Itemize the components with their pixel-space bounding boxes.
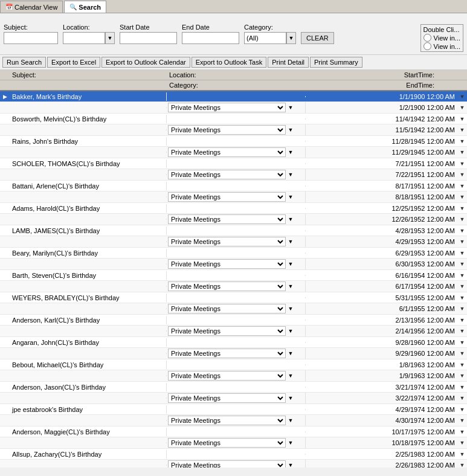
row-expand-arrow[interactable]: ▼ bbox=[457, 306, 467, 312]
row-expand-arrow[interactable]: ▼ bbox=[457, 362, 467, 368]
row-expand-arrow[interactable]: ▼ bbox=[457, 172, 467, 178]
table-row[interactable]: Private Meetings▼11/5/1942 12:00 AM▼ bbox=[0, 124, 467, 136]
table-row[interactable]: Private Meetings▼2/14/1956 12:00 AM▼ bbox=[0, 326, 467, 337]
row-expand-arrow[interactable]: ▼ bbox=[457, 216, 467, 222]
table-row[interactable]: Angaran, John(CL)'s Birthday9/28/1960 12… bbox=[0, 337, 467, 348]
table-row[interactable]: Anderson, Jason(CL)'s Birthday3/21/1974 … bbox=[0, 382, 467, 393]
category-dropdown-btn[interactable]: ▼ bbox=[286, 32, 296, 44]
run-search-button[interactable]: Run Search bbox=[2, 57, 46, 68]
row-expand-arrow[interactable]: ▼ bbox=[457, 127, 467, 133]
category-arrow[interactable]: ▼ bbox=[286, 149, 295, 155]
start-date-input[interactable] bbox=[120, 32, 177, 44]
table-row[interactable]: Bosworth, Melvin(CL)'s Birthday11/4/1942… bbox=[0, 114, 467, 124]
row-expand-arrow[interactable]: ▼ bbox=[457, 462, 467, 468]
row-expand-arrow[interactable]: ▼ bbox=[457, 194, 467, 200]
row-expand-arrow[interactable]: ▼ bbox=[457, 149, 467, 155]
export-excel-button[interactable]: Export to Excel bbox=[47, 57, 100, 68]
category-arrow[interactable]: ▼ bbox=[286, 395, 295, 401]
table-row[interactable]: Private Meetings▼10/18/1975 12:00 AM▼ bbox=[0, 437, 467, 449]
table-row[interactable]: jpe estabrook's Birthday4/29/1974 12:00 … bbox=[0, 404, 467, 415]
category-select[interactable]: Private Meetings bbox=[168, 281, 286, 291]
category-arrow[interactable]: ▼ bbox=[286, 127, 295, 133]
row-expand-arrow[interactable]: ▼ bbox=[457, 350, 467, 356]
subject-input[interactable] bbox=[4, 32, 58, 44]
category-select[interactable]: Private Meetings bbox=[168, 170, 286, 179]
row-expand-arrow[interactable]: ▼ bbox=[457, 161, 467, 167]
row-expand-arrow[interactable]: ▼ bbox=[457, 417, 467, 423]
category-arrow[interactable]: ▼ bbox=[286, 417, 295, 423]
category-select[interactable]: Private Meetings bbox=[168, 326, 286, 336]
category-arrow[interactable]: ▼ bbox=[286, 350, 295, 356]
row-expand-arrow[interactable]: ▼ bbox=[457, 373, 467, 379]
category-arrow[interactable]: ▼ bbox=[286, 216, 295, 222]
row-expand-arrow[interactable]: ▼ bbox=[457, 339, 467, 346]
row-expand-arrow[interactable]: ▼ bbox=[457, 317, 467, 323]
category-select[interactable]: Private Meetings bbox=[168, 147, 286, 157]
row-expand-arrow[interactable]: ▼ bbox=[457, 384, 467, 390]
table-row[interactable]: LAMB, JAMES(CL)'s Birthday4/28/1953 12:0… bbox=[0, 225, 467, 236]
tab-calendar-view[interactable]: 📅 Calendar View bbox=[0, 1, 63, 13]
table-row[interactable]: Private Meetings▼4/30/1974 12:00 AM▼ bbox=[0, 415, 467, 426]
export-outlook-task-button[interactable]: Export to Outlook Task bbox=[192, 57, 266, 68]
category-select[interactable]: Private Meetings bbox=[168, 460, 286, 468]
category-arrow[interactable]: ▼ bbox=[286, 194, 295, 200]
row-expand-arrow[interactable]: ▼ bbox=[457, 407, 467, 413]
category-arrow[interactable]: ▼ bbox=[286, 306, 295, 312]
radio-view-2[interactable] bbox=[424, 42, 431, 50]
category-select[interactable]: Private Meetings bbox=[168, 237, 286, 246]
category-select[interactable]: Private Meetings bbox=[168, 371, 286, 381]
table-row[interactable]: Private Meetings▼3/22/1974 12:00 AM▼ bbox=[0, 393, 467, 404]
location-dropdown-btn[interactable]: ▼ bbox=[105, 32, 115, 44]
category-arrow[interactable]: ▼ bbox=[286, 105, 295, 111]
table-row[interactable]: WEYERS, BRADLEY(CL)'s Birthday5/31/1955 … bbox=[0, 292, 467, 303]
table-row[interactable]: Barth, Steven(CL)'s Birthday6/16/1954 12… bbox=[0, 270, 467, 281]
category-arrow[interactable]: ▼ bbox=[286, 328, 295, 334]
tab-search[interactable]: 🔍 Search bbox=[64, 1, 106, 13]
category-select[interactable]: Private Meetings bbox=[168, 416, 286, 425]
table-row[interactable]: Beary, Marilyn(CL)'s Birthday6/29/1953 1… bbox=[0, 248, 467, 259]
table-row[interactable]: Private Meetings▼7/22/1951 12:00 AM▼ bbox=[0, 169, 467, 181]
category-select[interactable]: Private Meetings bbox=[168, 393, 286, 403]
category-select[interactable]: Private Meetings bbox=[168, 438, 286, 448]
table-row[interactable]: Private Meetings▼1/2/1900 12:00 AM▼ bbox=[0, 102, 467, 114]
row-expand-arrow[interactable]: ▼ bbox=[457, 283, 467, 289]
category-arrow[interactable]: ▼ bbox=[286, 239, 295, 245]
table-row[interactable]: Private Meetings▼6/1/1955 12:00 AM▼ bbox=[0, 303, 467, 315]
category-select[interactable]: Private Meetings bbox=[168, 125, 286, 135]
row-expand-arrow[interactable]: ▼ bbox=[457, 94, 467, 100]
category-arrow[interactable]: ▼ bbox=[286, 440, 295, 446]
row-expand-arrow[interactable]: ▼ bbox=[457, 228, 467, 234]
row-expand-arrow[interactable]: ▼ bbox=[457, 183, 467, 189]
end-date-input[interactable] bbox=[182, 32, 239, 44]
category-arrow[interactable]: ▼ bbox=[286, 462, 295, 468]
export-outlook-calendar-button[interactable]: Export to Outlook Calendar bbox=[101, 57, 190, 68]
print-detail-button[interactable]: Print Detail bbox=[268, 57, 309, 68]
radio-view-1[interactable] bbox=[424, 34, 431, 42]
row-expand-arrow[interactable]: ▼ bbox=[457, 250, 467, 256]
clear-button[interactable]: CLEAR bbox=[301, 32, 334, 44]
category-select[interactable]: Private Meetings bbox=[168, 349, 286, 358]
row-expand-arrow[interactable]: ▼ bbox=[457, 429, 467, 435]
category-select[interactable]: Private Meetings bbox=[168, 192, 286, 202]
row-expand-arrow[interactable]: ▼ bbox=[457, 395, 467, 401]
table-row[interactable]: Private Meetings▼6/30/1953 12:00 AM▼ bbox=[0, 259, 467, 270]
table-row[interactable]: Private Meetings▼8/18/1951 12:00 AM▼ bbox=[0, 191, 467, 203]
table-row[interactable]: Private Meetings▼4/29/1953 12:00 AM▼ bbox=[0, 236, 467, 248]
table-row[interactable]: Private Meetings▼2/26/1983 12:00 AM▼ bbox=[0, 460, 467, 468]
table-row[interactable]: Anderson, Karl(CL)'s Birthday2/13/1956 1… bbox=[0, 315, 467, 326]
row-expand-arrow[interactable]: ▼ bbox=[457, 138, 467, 144]
table-row[interactable]: ▶Bakker, Mark's Birthday1/1/1900 12:00 A… bbox=[0, 91, 467, 102]
table-row[interactable]: SCHOLER, THOMAS(CL)'s Birthday7/21/1951 … bbox=[0, 158, 467, 169]
category-arrow[interactable]: ▼ bbox=[286, 172, 295, 178]
row-expand-arrow[interactable]: ▼ bbox=[457, 328, 467, 334]
row-expand-arrow[interactable]: ▼ bbox=[457, 239, 467, 245]
row-expand-arrow[interactable]: ▼ bbox=[457, 205, 467, 211]
row-expand-arrow[interactable]: ▼ bbox=[457, 261, 467, 267]
row-expand-arrow[interactable]: ▼ bbox=[457, 295, 467, 301]
category-arrow[interactable]: ▼ bbox=[286, 261, 295, 267]
table-row[interactable]: Rains, John's Birthday11/28/1945 12:00 A… bbox=[0, 136, 467, 147]
category-select[interactable]: Private Meetings bbox=[168, 214, 286, 224]
category-select[interactable]: Private Meetings bbox=[168, 259, 286, 269]
location-input[interactable] bbox=[63, 32, 105, 44]
row-expand-arrow[interactable]: ▼ bbox=[457, 440, 467, 446]
